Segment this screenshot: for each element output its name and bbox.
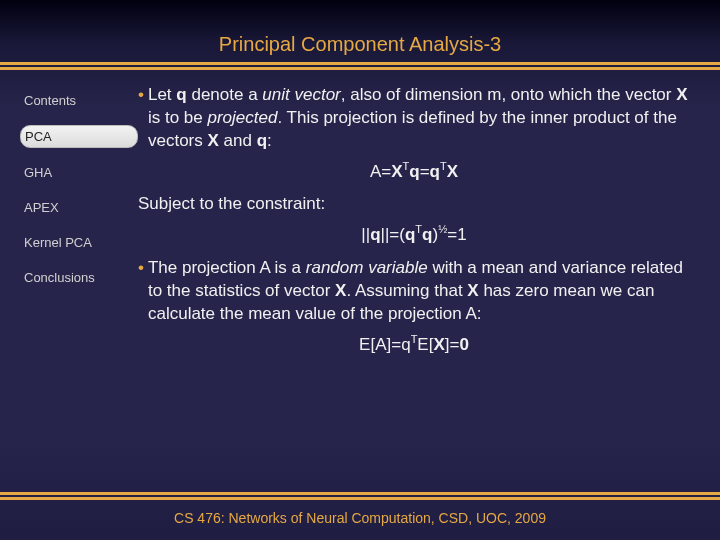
text-bold: X [676, 85, 687, 104]
bullet-2: • The projection A is a random variable … [138, 257, 690, 326]
footer-separator-wrap [0, 492, 720, 500]
slide-title: Principal Component Analysis-3 [219, 33, 501, 56]
bullet-1: • Let q denote a unit vector, also of di… [138, 84, 690, 153]
slide: Principal Component Analysis-3 Contents … [0, 0, 720, 540]
sidebar-item-apex[interactable]: APEX [20, 197, 138, 218]
text: . Assuming that [346, 281, 467, 300]
text-bold: q [176, 85, 186, 104]
main-area: Contents PCA GHA APEX Kernel PCA Conclus… [0, 70, 720, 490]
title-separator-1 [0, 62, 720, 65]
sidebar: Contents PCA GHA APEX Kernel PCA Conclus… [20, 84, 138, 486]
sidebar-item-contents[interactable]: Contents [20, 90, 138, 111]
paragraph-2: The projection A is a random variable wi… [148, 257, 690, 326]
sidebar-item-kernel-pca[interactable]: Kernel PCA [20, 232, 138, 253]
sidebar-item-gha[interactable]: GHA [20, 162, 138, 183]
equation-2: ||q||=(qTq)½=1 [138, 222, 690, 247]
text: Let [148, 85, 176, 104]
sidebar-item-conclusions[interactable]: Conclusions [20, 267, 138, 288]
text: , also of dimension m, onto which the ve… [341, 85, 676, 104]
footer-separator-1 [0, 492, 720, 495]
equation-1: A=XTq=qTX [138, 159, 690, 184]
text-bold: X [207, 131, 218, 150]
text-italic: unit vector [262, 85, 340, 104]
text: The projection A is a [148, 258, 306, 277]
title-band: Principal Component Analysis-3 [0, 0, 720, 62]
text-bold: X [467, 281, 478, 300]
text: : [267, 131, 272, 150]
bullet-icon: • [138, 84, 148, 153]
bullet-icon: • [138, 257, 148, 326]
text: is to be [148, 108, 208, 127]
text: and [219, 131, 257, 150]
text-bold: X [335, 281, 346, 300]
text-italic: projected [208, 108, 278, 127]
content: • Let q denote a unit vector, also of di… [138, 84, 690, 486]
text: denote a [187, 85, 263, 104]
footer: CS 476: Networks of Neural Computation, … [0, 500, 720, 540]
paragraph-1: Let q denote a unit vector, also of dime… [148, 84, 690, 153]
subject-line: Subject to the constraint: [138, 193, 690, 216]
text-bold: q [257, 131, 267, 150]
sidebar-item-pca[interactable]: PCA [20, 125, 138, 148]
equation-3: E[A]=qTE[X]=0 [138, 332, 690, 357]
text-italic: random variable [306, 258, 428, 277]
